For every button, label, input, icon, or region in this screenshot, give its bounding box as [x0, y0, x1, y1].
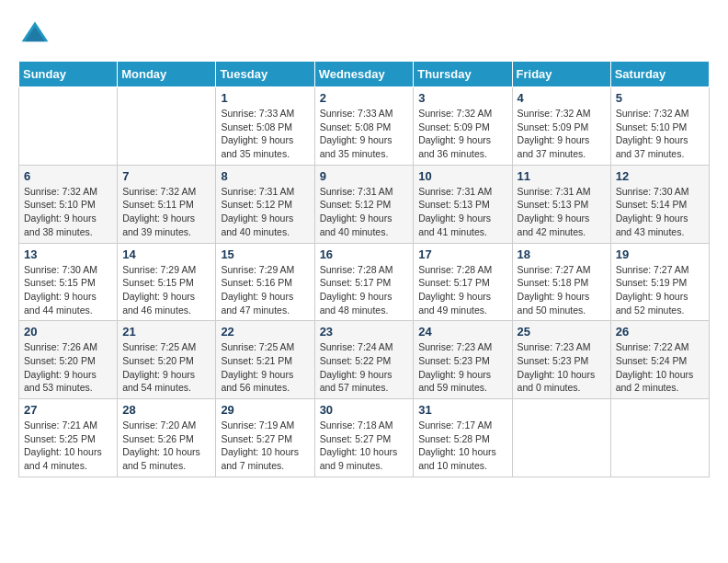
day-info: Sunrise: 7:31 AM Sunset: 5:13 PM Dayligh… [518, 185, 606, 239]
day-info: Sunrise: 7:31 AM Sunset: 5:12 PM Dayligh… [320, 185, 409, 239]
calendar-cell: 17Sunrise: 7:28 AM Sunset: 5:17 PM Dayli… [414, 243, 512, 321]
calendar-cell: 2Sunrise: 7:33 AM Sunset: 5:08 PM Daylig… [314, 87, 414, 166]
day-info: Sunrise: 7:32 AM Sunset: 5:09 PM Dayligh… [518, 107, 606, 161]
day-info: Sunrise: 7:24 AM Sunset: 5:22 PM Dayligh… [320, 340, 409, 395]
week-row-1: 6Sunrise: 7:32 AM Sunset: 5:10 PM Daylig… [19, 165, 710, 243]
day-info: Sunrise: 7:26 AM Sunset: 5:20 PM Dayligh… [24, 340, 112, 395]
calendar-cell: 1Sunrise: 7:33 AM Sunset: 5:08 PM Daylig… [216, 87, 314, 166]
day-number: 9 [320, 169, 409, 183]
day-info: Sunrise: 7:23 AM Sunset: 5:23 PM Dayligh… [418, 340, 506, 395]
day-number: 23 [320, 325, 409, 339]
calendar-cell: 12Sunrise: 7:30 AM Sunset: 5:14 PM Dayli… [610, 165, 709, 243]
calendar-cell: 6Sunrise: 7:32 AM Sunset: 5:10 PM Daylig… [19, 165, 118, 243]
day-number: 13 [24, 247, 112, 261]
day-info: Sunrise: 7:27 AM Sunset: 5:18 PM Dayligh… [518, 263, 606, 317]
day-info: Sunrise: 7:30 AM Sunset: 5:14 PM Dayligh… [616, 185, 704, 239]
day-info: Sunrise: 7:31 AM Sunset: 5:13 PM Dayligh… [418, 185, 506, 239]
day-number: 6 [24, 169, 112, 183]
calendar-cell: 4Sunrise: 7:32 AM Sunset: 5:09 PM Daylig… [512, 87, 610, 166]
header-day-thursday: Thursday [414, 62, 512, 87]
day-info: Sunrise: 7:28 AM Sunset: 5:17 PM Dayligh… [418, 263, 506, 317]
week-row-0: 1Sunrise: 7:33 AM Sunset: 5:08 PM Daylig… [19, 87, 710, 166]
day-number: 15 [221, 247, 309, 261]
day-info: Sunrise: 7:28 AM Sunset: 5:17 PM Dayligh… [320, 263, 409, 317]
header-day-tuesday: Tuesday [216, 62, 314, 87]
day-number: 8 [221, 169, 309, 183]
calendar-cell [19, 87, 118, 166]
calendar-cell: 13Sunrise: 7:30 AM Sunset: 5:15 PM Dayli… [19, 243, 118, 321]
day-info: Sunrise: 7:32 AM Sunset: 5:10 PM Dayligh… [24, 185, 112, 239]
day-number: 21 [122, 325, 210, 339]
page-header [18, 18, 710, 52]
day-info: Sunrise: 7:19 AM Sunset: 5:27 PM Dayligh… [221, 419, 309, 473]
day-info: Sunrise: 7:20 AM Sunset: 5:26 PM Dayligh… [122, 419, 210, 473]
day-number: 25 [518, 325, 606, 339]
calendar-cell: 16Sunrise: 7:28 AM Sunset: 5:17 PM Dayli… [314, 243, 414, 321]
calendar-cell: 22Sunrise: 7:25 AM Sunset: 5:21 PM Dayli… [216, 321, 314, 399]
calendar-cell: 21Sunrise: 7:25 AM Sunset: 5:20 PM Dayli… [118, 321, 216, 399]
calendar-cell: 3Sunrise: 7:32 AM Sunset: 5:09 PM Daylig… [414, 87, 512, 166]
day-info: Sunrise: 7:29 AM Sunset: 5:16 PM Dayligh… [221, 263, 309, 317]
calendar-table: SundayMondayTuesdayWednesdayThursdayFrid… [18, 61, 710, 477]
header-day-monday: Monday [118, 62, 216, 87]
day-number: 11 [518, 169, 606, 183]
week-row-2: 13Sunrise: 7:30 AM Sunset: 5:15 PM Dayli… [19, 243, 710, 321]
day-number: 31 [418, 403, 506, 417]
day-number: 1 [221, 91, 309, 105]
day-number: 3 [418, 91, 506, 105]
calendar-cell: 29Sunrise: 7:19 AM Sunset: 5:27 PM Dayli… [216, 399, 314, 477]
day-number: 18 [518, 247, 606, 261]
header-day-wednesday: Wednesday [314, 62, 414, 87]
calendar-cell [610, 399, 709, 477]
day-info: Sunrise: 7:25 AM Sunset: 5:20 PM Dayligh… [122, 340, 210, 395]
calendar-cell: 27Sunrise: 7:21 AM Sunset: 5:25 PM Dayli… [19, 399, 118, 477]
calendar-header: SundayMondayTuesdayWednesdayThursdayFrid… [19, 62, 710, 87]
day-number: 16 [320, 247, 409, 261]
calendar-cell: 19Sunrise: 7:27 AM Sunset: 5:19 PM Dayli… [610, 243, 709, 321]
day-info: Sunrise: 7:30 AM Sunset: 5:15 PM Dayligh… [24, 263, 112, 317]
day-number: 5 [616, 91, 704, 105]
day-info: Sunrise: 7:23 AM Sunset: 5:23 PM Dayligh… [518, 340, 606, 395]
header-row: SundayMondayTuesdayWednesdayThursdayFrid… [19, 62, 710, 87]
day-number: 22 [221, 325, 309, 339]
day-number: 30 [320, 403, 409, 417]
day-number: 28 [122, 403, 210, 417]
day-info: Sunrise: 7:21 AM Sunset: 5:25 PM Dayligh… [24, 419, 112, 473]
calendar-cell: 31Sunrise: 7:17 AM Sunset: 5:28 PM Dayli… [414, 399, 512, 477]
day-number: 20 [24, 325, 112, 339]
header-day-sunday: Sunday [19, 62, 118, 87]
day-info: Sunrise: 7:18 AM Sunset: 5:27 PM Dayligh… [320, 419, 409, 473]
calendar-cell: 18Sunrise: 7:27 AM Sunset: 5:18 PM Dayli… [512, 243, 610, 321]
day-number: 27 [24, 403, 112, 417]
calendar-cell: 10Sunrise: 7:31 AM Sunset: 5:13 PM Dayli… [414, 165, 512, 243]
day-info: Sunrise: 7:33 AM Sunset: 5:08 PM Dayligh… [320, 107, 409, 161]
week-row-3: 20Sunrise: 7:26 AM Sunset: 5:20 PM Dayli… [19, 321, 710, 399]
calendar-cell: 25Sunrise: 7:23 AM Sunset: 5:23 PM Dayli… [512, 321, 610, 399]
day-info: Sunrise: 7:17 AM Sunset: 5:28 PM Dayligh… [418, 419, 506, 473]
day-number: 10 [418, 169, 506, 183]
day-number: 12 [616, 169, 704, 183]
day-number: 17 [418, 247, 506, 261]
day-info: Sunrise: 7:25 AM Sunset: 5:21 PM Dayligh… [221, 340, 309, 395]
day-number: 29 [221, 403, 309, 417]
day-number: 4 [518, 91, 606, 105]
calendar-cell: 11Sunrise: 7:31 AM Sunset: 5:13 PM Dayli… [512, 165, 610, 243]
day-number: 14 [122, 247, 210, 261]
day-info: Sunrise: 7:33 AM Sunset: 5:08 PM Dayligh… [221, 107, 309, 161]
day-info: Sunrise: 7:22 AM Sunset: 5:24 PM Dayligh… [616, 340, 704, 395]
day-number: 2 [320, 91, 409, 105]
calendar-cell: 14Sunrise: 7:29 AM Sunset: 5:15 PM Dayli… [118, 243, 216, 321]
calendar-cell: 26Sunrise: 7:22 AM Sunset: 5:24 PM Dayli… [610, 321, 709, 399]
calendar-cell: 9Sunrise: 7:31 AM Sunset: 5:12 PM Daylig… [314, 165, 414, 243]
calendar-cell: 5Sunrise: 7:32 AM Sunset: 5:10 PM Daylig… [610, 87, 709, 166]
calendar-body: 1Sunrise: 7:33 AM Sunset: 5:08 PM Daylig… [19, 87, 710, 477]
calendar-cell: 30Sunrise: 7:18 AM Sunset: 5:27 PM Dayli… [314, 399, 414, 477]
calendar-cell [512, 399, 610, 477]
day-info: Sunrise: 7:31 AM Sunset: 5:12 PM Dayligh… [221, 185, 309, 239]
calendar-cell: 28Sunrise: 7:20 AM Sunset: 5:26 PM Dayli… [118, 399, 216, 477]
day-info: Sunrise: 7:27 AM Sunset: 5:19 PM Dayligh… [616, 263, 704, 317]
calendar-cell: 24Sunrise: 7:23 AM Sunset: 5:23 PM Dayli… [414, 321, 512, 399]
day-info: Sunrise: 7:29 AM Sunset: 5:15 PM Dayligh… [122, 263, 210, 317]
day-info: Sunrise: 7:32 AM Sunset: 5:10 PM Dayligh… [616, 107, 704, 161]
day-info: Sunrise: 7:32 AM Sunset: 5:11 PM Dayligh… [122, 185, 210, 239]
